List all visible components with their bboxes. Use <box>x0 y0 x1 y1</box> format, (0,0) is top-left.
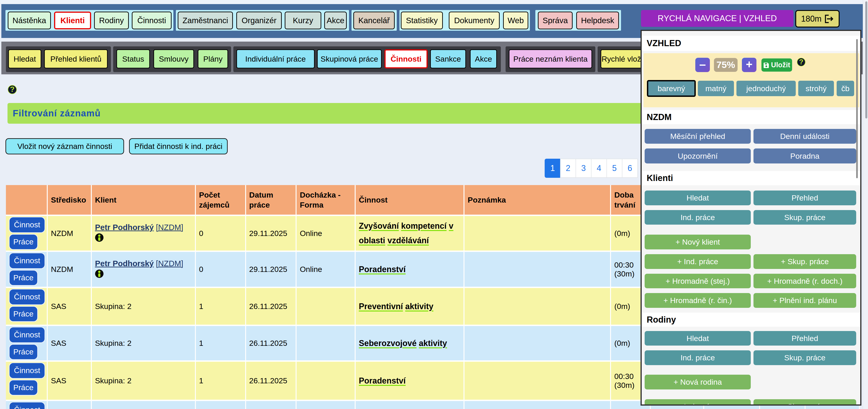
svg-text:?: ? <box>799 58 803 66</box>
svg-text:?: ? <box>10 85 14 93</box>
